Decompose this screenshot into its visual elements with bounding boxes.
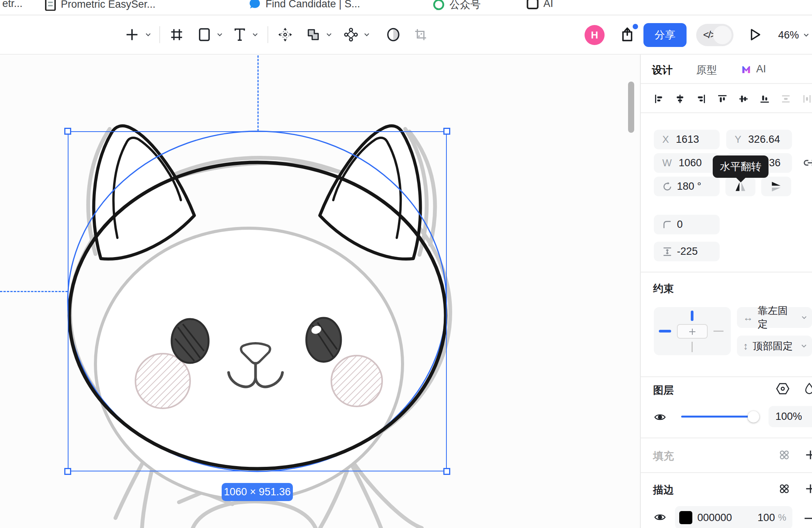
text-tool-button[interactable] [230,15,249,54]
panel-divider [641,83,812,84]
toolbar-divider [159,26,160,43]
constraints-widget[interactable] [654,307,731,355]
crop-tool-button[interactable] [411,15,430,54]
bookmark-label: AI [543,0,553,10]
align-horizontal-center-icon[interactable] [675,94,685,104]
stroke-color-swatch[interactable] [679,511,692,524]
add-stroke-icon[interactable] [805,483,812,495]
horizontal-constraint-dropdown[interactable]: ↔ 靠左固定 [737,307,812,328]
constraint-bottom-pin[interactable] [692,342,693,352]
align-vertical-center-icon[interactable] [738,94,749,104]
selection-size-badge: 1060 × 951.36 [222,483,293,501]
alignment-guide-horizontal [0,291,68,292]
share-button-label: 分享 [655,28,675,42]
wechat-icon [433,0,445,11]
tab-ai[interactable]: AI [740,63,766,75]
shape-tool-button[interactable] [195,15,214,54]
tab-design[interactable]: 设计 [652,63,673,77]
tooltip-arrow [736,177,746,182]
bookmark-item[interactable]: AI [526,0,553,10]
align-top-icon[interactable] [717,94,727,104]
frame-tool-button[interactable] [167,15,186,54]
selection-bounding-box[interactable] [68,131,447,471]
shape-tool-chevron[interactable] [215,15,225,54]
window-icon [526,0,539,10]
constraints-center-box[interactable] [677,324,708,339]
component-tool-button[interactable] [341,15,361,54]
boolean-tool-chevron[interactable] [324,15,334,54]
rotate-icon [662,182,672,192]
text-tool-chevron[interactable] [250,15,260,54]
layer-opacity-field[interactable]: 100% [769,406,812,427]
constraints-title: 约束 [653,282,674,296]
dev-mode-toggle[interactable]: </> [696,24,733,46]
selection-handle-bottom-right[interactable] [443,468,450,475]
rotation-field[interactable]: 180 ° [654,177,720,196]
share-button[interactable]: 分享 [643,23,687,47]
remove-stroke-icon[interactable] [803,513,812,524]
blur-icon[interactable] [804,383,812,395]
boolean-tool-button[interactable] [304,15,323,54]
bookmark-item[interactable]: Find Candidate | S... [249,0,360,10]
horizontal-arrow-icon: ↔ [743,312,753,324]
chevron-down-icon [803,32,810,38]
width-field[interactable]: W1060 [654,153,720,173]
distribute-vertical-icon[interactable] [781,94,791,104]
selection-handle-bottom-left[interactable] [64,468,71,475]
align-left-icon[interactable] [654,94,664,104]
bookmark-item[interactable]: Prometric EasySer... [45,0,155,11]
item-spacing-field[interactable]: -225 [654,242,720,261]
avatar-initial: H [591,29,598,41]
bookmark-item[interactable]: 公众号 [433,0,481,12]
blend-mode-icon[interactable] [776,383,789,395]
align-right-icon[interactable] [696,94,706,104]
add-fill-icon[interactable] [805,449,812,461]
component-tool-chevron[interactable] [362,15,372,54]
y-position-field[interactable]: Y326.64 [726,130,792,149]
stroke-visibility-icon[interactable] [654,512,666,523]
selection-handle-top-right[interactable] [443,128,450,135]
distribute-horizontal-icon[interactable] [802,94,812,104]
avatar[interactable]: H [585,25,605,45]
panel-divider [641,438,812,438]
opacity-slider-track[interactable] [681,416,758,418]
tab-prototype[interactable]: 原型 [696,63,717,77]
vertical-spacing-icon [662,247,672,257]
opacity-slider-knob[interactable] [748,411,759,423]
chat-bubble-icon [249,0,261,10]
vertical-constraint-dropdown[interactable]: ↕ 顶部固定 [737,336,812,356]
panel-divider [641,272,812,272]
align-bottom-icon[interactable] [760,94,770,104]
insert-tool-chevron[interactable] [143,15,153,54]
selection-handle-top-left[interactable] [64,128,71,135]
stroke-title: 描边 [653,483,674,497]
mask-tool-button[interactable] [384,15,403,54]
move-tool-button[interactable] [276,15,295,54]
fill-style-library-icon[interactable] [779,449,790,461]
layer-title: 图层 [653,383,674,397]
insert-tool-button[interactable] [122,15,142,54]
properties-panel: 设计 原型 AI X1613 Y326.64 W1060 H951.36 [640,55,812,528]
corner-radius-field[interactable]: 0 [654,215,720,234]
stroke-color-field[interactable]: 000000 100 % [675,506,792,528]
present-button[interactable] [746,15,764,54]
publish-button[interactable] [617,15,638,54]
constrain-proportions-icon[interactable] [803,156,812,170]
stroke-style-library-icon[interactable] [779,483,790,495]
bookmark-label: Find Candidate | S... [266,0,360,10]
layer-visibility-icon[interactable] [654,412,666,423]
constraint-top-pin[interactable] [691,311,693,321]
canvas-scrollbar-thumb[interactable] [628,82,634,133]
bookmark-item[interactable]: etr... [2,0,23,10]
vertical-arrow-icon: ↕ [743,340,748,352]
zoom-level-value: 46% [778,29,799,41]
chevron-down-icon [801,314,807,321]
flip-vertical-button[interactable] [761,177,791,196]
toolbar-divider [267,26,268,43]
flip-horizontal-tooltip: 水平翻转 [713,155,769,178]
constraint-right-pin[interactable] [713,331,723,332]
x-position-field[interactable]: X1613 [654,130,720,149]
zoom-level-control[interactable]: 46% [778,24,810,46]
constraint-left-pin[interactable] [659,330,671,333]
fill-title: 填充 [653,449,674,463]
